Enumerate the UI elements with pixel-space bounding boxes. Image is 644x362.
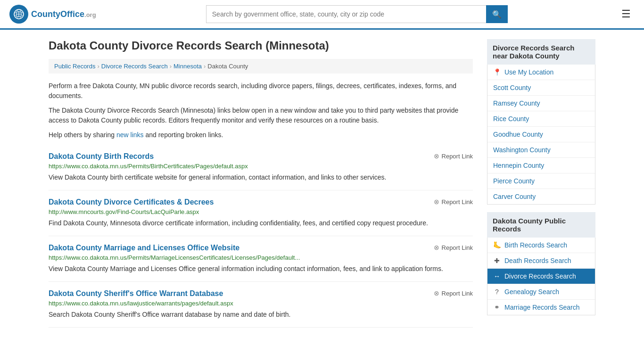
hennepin-county-label: Hennepin County (493, 162, 544, 169)
scott-county-item[interactable]: Scott County (487, 80, 595, 96)
ramsey-county-label: Ramsey County (493, 99, 540, 107)
result-desc: Search Dakota County Sheriff's Office wa… (49, 310, 473, 320)
content-area: Dakota County Divorce Records Search (Mi… (49, 39, 473, 328)
result-header: Dakota County Birth Records ⊗ Report Lin… (49, 152, 473, 161)
public-record-icon: ✚ (493, 257, 501, 264)
result-title[interactable]: Dakota County Sheriff's Office Warrant D… (49, 289, 223, 298)
carver-county-link[interactable]: Carver County (487, 189, 595, 204)
rice-county-item[interactable]: Rice County (487, 111, 595, 127)
scott-county-link[interactable]: Scott County (487, 80, 595, 95)
result-desc: View Dakota County birth certificate web… (49, 173, 473, 182)
washington-county-link[interactable]: Washington County (487, 142, 595, 157)
public-record-item[interactable]: ↔Divorce Records Search (487, 269, 595, 284)
use-my-location-item[interactable]: 📍 Use My Location (487, 65, 595, 80)
rice-county-label: Rice County (493, 115, 529, 123)
report-link-label: Report Link (442, 244, 473, 251)
carver-county-label: Carver County (493, 193, 536, 200)
hennepin-county-link[interactable]: Hennepin County (487, 158, 595, 173)
result-title[interactable]: Dakota County Birth Records (49, 152, 154, 161)
report-link-label: Report Link (442, 198, 473, 206)
public-records-list: 🦶Birth Records Search✚Death Records Sear… (487, 238, 595, 315)
public-record-link[interactable]: 🦶Birth Records Search (487, 238, 595, 253)
public-record-item[interactable]: 🦶Birth Records Search (487, 238, 595, 253)
main-container: Dakota County Divorce Records Search (Mi… (39, 30, 605, 337)
result-title[interactable]: Dakota County Divorce Certificates & Dec… (49, 198, 214, 206)
goodhue-county-link[interactable]: Goodhue County (487, 127, 595, 142)
public-record-item[interactable]: ⚭Marriage Records Search (487, 300, 595, 315)
report-link-button[interactable]: ⊗ Report Link (434, 244, 473, 251)
result-header: Dakota County Sheriff's Office Warrant D… (49, 289, 473, 298)
nearby-header: Divorce Records Search near Dakota Count… (487, 39, 595, 65)
public-record-label: Marriage Records Search (504, 304, 580, 311)
ramsey-county-item[interactable]: Ramsey County (487, 96, 595, 111)
carver-county-item[interactable]: Carver County (487, 189, 595, 204)
breadcrumb-public-records[interactable]: Public Records (54, 63, 95, 70)
header: CountyOffice.org 🔍 ☰ (0, 0, 644, 30)
result-url: https://www.co.dakota.mn.us/lawjustice/w… (49, 300, 473, 307)
report-icon: ⊗ (434, 244, 439, 251)
goodhue-county-item[interactable]: Goodhue County (487, 127, 595, 142)
page-title: Dakota County Divorce Records Search (Mi… (49, 39, 473, 52)
result-title[interactable]: Dakota County Marriage and Licenses Offi… (49, 244, 239, 252)
report-link-button[interactable]: ⊗ Report Link (434, 152, 473, 160)
public-record-label: Genealogy Search (504, 288, 559, 296)
public-record-icon: 🦶 (493, 241, 501, 249)
breadcrumb: Public Records › Divorce Records Search … (49, 59, 473, 74)
pierce-county-item[interactable]: Pierce County (487, 173, 595, 189)
public-record-item[interactable]: ?Genealogy Search (487, 284, 595, 300)
hennepin-county-item[interactable]: Hennepin County (487, 158, 595, 173)
result-desc: View Dakota County Marriage and Licenses… (49, 264, 473, 274)
public-record-icon: ⚭ (493, 304, 501, 311)
use-my-location-label: Use My Location (504, 68, 553, 76)
report-icon: ⊗ (434, 289, 439, 297)
menu-button[interactable]: ☰ (618, 6, 635, 22)
breadcrumb-minnesota[interactable]: Minnesota (173, 63, 202, 70)
breadcrumb-divorce-records[interactable]: Divorce Records Search (101, 63, 168, 70)
pierce-county-label: Pierce County (493, 177, 535, 185)
result-card: Dakota County Marriage and Licenses Offi… (49, 236, 473, 282)
public-record-link[interactable]: ✚Death Records Search (487, 253, 595, 268)
public-record-icon: ↔ (493, 272, 501, 280)
public-record-link[interactable]: ⚭Marriage Records Search (487, 300, 595, 315)
scott-county-label: Scott County (493, 84, 531, 91)
public-record-link[interactable]: ?Genealogy Search (487, 284, 595, 299)
public-record-link[interactable]: ↔Divorce Records Search (487, 269, 595, 284)
report-icon: ⊗ (434, 152, 439, 160)
report-link-label: Report Link (442, 290, 473, 297)
rice-county-link[interactable]: Rice County (487, 111, 595, 126)
public-records-section: Dakota County Public Records 🦶Birth Reco… (487, 212, 595, 315)
result-desc: Find Dakota County, Minnesota divorce ce… (49, 218, 473, 228)
logo-icon (9, 5, 28, 24)
logo-text: CountyOffice.org (31, 9, 96, 19)
goodhue-county-label: Goodhue County (493, 131, 543, 138)
description-2: The Dakota County Divorce Records Search… (49, 106, 473, 125)
new-links-link[interactable]: new links (116, 131, 144, 139)
result-card: Dakota County Sheriff's Office Warrant D… (49, 282, 473, 328)
results-container: Dakota County Birth Records ⊗ Report Lin… (49, 145, 473, 328)
result-card: Dakota County Divorce Certificates & Dec… (49, 190, 473, 236)
public-records-header: Dakota County Public Records (487, 212, 595, 238)
search-area: 🔍 (206, 5, 508, 23)
breadcrumb-current: Dakota County (207, 63, 248, 70)
public-record-icon: ? (493, 288, 501, 296)
result-card: Dakota County Birth Records ⊗ Report Lin… (49, 145, 473, 190)
pierce-county-link[interactable]: Pierce County (487, 173, 595, 189)
search-button[interactable]: 🔍 (486, 5, 508, 23)
logo-area: CountyOffice.org (9, 5, 96, 24)
result-header: Dakota County Marriage and Licenses Offi… (49, 244, 473, 252)
result-url: https://www.co.dakota.mn.us/Permits/Marr… (49, 254, 473, 261)
washington-county-item[interactable]: Washington County (487, 142, 595, 158)
public-record-item[interactable]: ✚Death Records Search (487, 253, 595, 269)
report-link-label: Report Link (442, 153, 473, 160)
nearby-list: 📍 Use My Location Scott County Ramsey Co… (487, 65, 595, 205)
result-header: Dakota County Divorce Certificates & Dec… (49, 198, 473, 206)
search-input[interactable] (206, 5, 486, 23)
washington-county-label: Washington County (493, 146, 551, 154)
use-my-location-link[interactable]: 📍 Use My Location (487, 65, 595, 80)
public-record-label: Divorce Records Search (504, 272, 576, 280)
ramsey-county-link[interactable]: Ramsey County (487, 96, 595, 111)
report-link-button[interactable]: ⊗ Report Link (434, 198, 473, 206)
report-icon: ⊗ (434, 198, 439, 206)
report-link-button[interactable]: ⊗ Report Link (434, 289, 473, 297)
sidebar: Divorce Records Search near Dakota Count… (487, 39, 595, 328)
